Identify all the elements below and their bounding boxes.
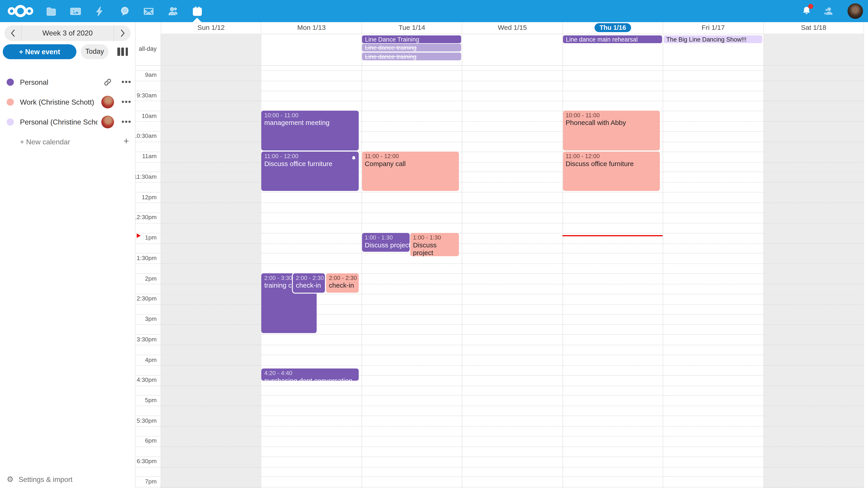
calendar-week-view: Sun 1/12Mon 1/13Tue 1/14Wed 1/15Thu 1/16… [135,22,868,488]
calendar-list-item[interactable]: Personal [0,72,135,92]
event-title: Discuss project announcement [365,241,407,249]
event-time: 11:00 - 12:00 [264,153,356,159]
event-time: 1:00 - 1:30 [365,234,407,240]
calendar-color-dot [6,118,14,125]
calendar-list-item[interactable]: Work (Christine Schott) [0,92,135,112]
calendar-event[interactable]: 4:20 - 4:40purchasing dept conversation [261,368,359,381]
day-header[interactable]: Fri 1/17 [663,22,763,33]
events-layer: 10:00 - 11:00management meeting11:00 - 1… [160,65,864,488]
next-week-button[interactable] [114,26,130,41]
sidebar: Week 3 of 2020 + New event Today Persona… [0,22,135,488]
day-header[interactable]: Thu 1/16 [562,22,662,33]
nextcloud-calendar-app: Week 3 of 2020 + New event Today Persona… [0,0,868,488]
photos-app-icon[interactable] [69,4,82,18]
time-label: 12:30pm [133,214,157,220]
calendar-event[interactable]: 1:00 - 1:30Discuss project announcement [410,233,459,256]
all-day-event[interactable]: Line Dance Training [362,35,461,43]
calendar-name: Personal [20,78,97,86]
files-app-icon[interactable] [44,4,58,18]
new-calendar-item[interactable]: + New calendar+ [0,132,135,152]
time-label: 6:30pm [137,458,157,464]
plus-icon[interactable]: + [117,136,135,147]
calendar-owner-avatar [101,95,114,108]
calendar-actions-menu[interactable] [117,121,135,123]
share-link-icon[interactable] [97,78,117,86]
settings-import[interactable]: ⚙ Settings & import [6,475,72,484]
event-time: 2:00 - 2:30 [329,274,356,281]
event-title: check-in [329,282,356,290]
day-header[interactable]: Sun 1/12 [160,22,261,33]
event-title: management meeting [264,119,356,127]
nextcloud-logo-icon[interactable] [8,5,33,17]
calendar-name: Personal (Christine Scho...) [20,118,97,126]
calendar-event[interactable]: 11:00 - 12:00Discuss office furniture [261,151,359,191]
event-time: 4:20 - 4:40 [264,369,356,376]
all-day-event[interactable]: Line dance training [362,52,461,60]
calendar-actions-menu[interactable] [117,81,135,83]
day-header[interactable]: Sat 1/18 [763,22,864,33]
time-label: 4pm [145,356,157,363]
time-label: 9am [145,72,157,78]
contacts-app-icon[interactable] [166,4,180,18]
event-time: 11:00 - 12:00 [565,153,657,159]
time-label: 5:30pm [137,417,157,424]
event-time: 10:00 - 11:00 [565,112,657,119]
time-label: 9:30am [137,92,157,98]
all-day-event[interactable]: The Big Line Dancing Show!!! [663,35,762,43]
event-title: check-in [296,282,322,290]
today-button[interactable]: Today [81,44,108,59]
calendar-app-icon[interactable] [190,4,204,18]
event-title: Discuss office furniture [264,160,356,168]
all-day-event[interactable]: Line dance training [362,43,461,52]
day-header[interactable]: Mon 1/13 [261,22,362,33]
notifications-bell-icon[interactable] [800,4,813,18]
time-label: 12pm [142,193,157,200]
event-title: Discuss project announcement [413,241,456,256]
calendar-owner-avatar [101,116,114,128]
calendar-event[interactable]: 2:00 - 2:30check-in [326,273,359,293]
talk-app-icon[interactable] [118,4,131,18]
shared-by-avatar [97,116,117,128]
calendar-color-dot [6,78,14,86]
today-pill: Thu 1/16 [594,23,631,32]
time-label: 1pm [145,234,157,240]
time-axis: 9am9:30am10am10:30am11am11:30am12pm12:30… [135,65,160,488]
activity-app-icon[interactable] [93,4,106,18]
time-label: 11:30am [134,173,157,180]
time-label: 2pm [145,275,157,281]
view-mode-toggle[interactable] [117,48,128,56]
event-title: Discuss office furniture [565,160,657,168]
time-label: 3:30pm [137,336,157,342]
calendar-event[interactable]: 11:00 - 12:00Company call [362,151,459,191]
day-header[interactable]: Wed 1/15 [462,22,562,33]
all-day-event[interactable]: Line dance main rehearsal [563,35,662,43]
calendar-color-dot [6,98,14,105]
current-time-line [562,235,662,236]
new-event-button[interactable]: + New event [3,44,76,59]
calendar-event[interactable]: 1:00 - 1:30Discuss project announcement [362,233,409,252]
calendar-actions-menu[interactable] [117,101,135,103]
event-time: 11:00 - 12:00 [365,153,456,159]
week-label[interactable]: Week 3 of 2020 [21,26,114,41]
calendar-event[interactable]: 10:00 - 11:00management meeting [261,111,359,150]
calendar-event[interactable]: 11:00 - 12:00Discuss office furniture [563,151,660,191]
time-label: 3pm [145,315,157,322]
calendar-name: Work (Christine Schott) [20,98,97,106]
calendar-event[interactable]: 10:00 - 11:00Phonecall with Abby [563,111,660,150]
event-time: 10:00 - 11:00 [264,112,356,119]
calendar-list-item[interactable]: Personal (Christine Scho...) [0,112,135,132]
previous-week-button[interactable] [4,26,21,41]
day-header-row: Sun 1/12Mon 1/13Tue 1/14Wed 1/15Thu 1/16… [160,22,864,34]
event-title: Company call [365,160,456,168]
event-title: Phonecall with Abby [565,119,657,127]
calendar-list: PersonalWork (Christine Schott)Personal … [0,72,135,152]
mail-app-icon[interactable] [142,4,155,18]
contacts-menu-icon[interactable] [822,4,835,18]
time-label: 4:30pm [137,377,157,383]
calendar-event[interactable]: 2:00 - 2:30check-in [293,273,325,293]
settings-label: Settings & import [19,475,72,483]
user-avatar[interactable] [847,3,863,19]
time-label: 10am [142,112,157,119]
day-header[interactable]: Tue 1/14 [362,22,462,33]
reminder-bell-icon [351,153,356,159]
